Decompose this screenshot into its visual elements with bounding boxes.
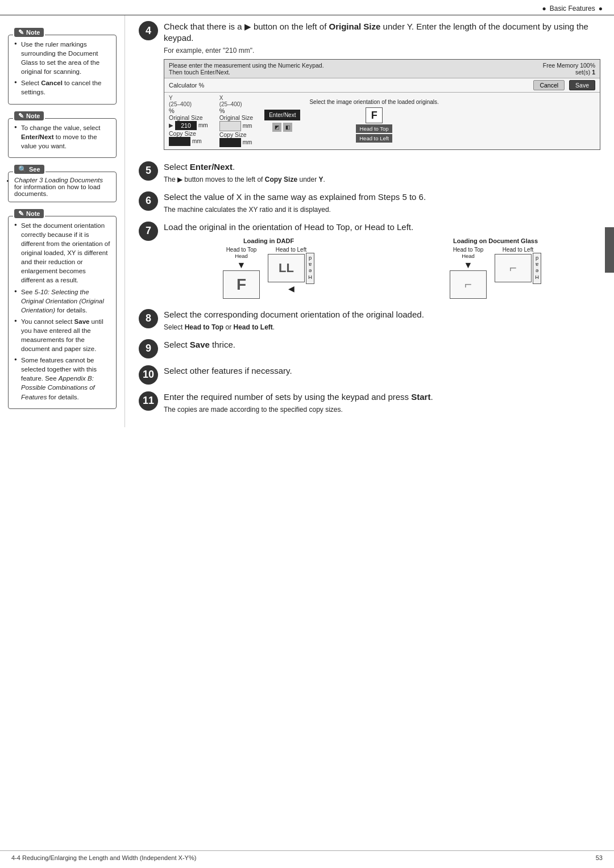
note3-item-3: You cannot select Save until you have en…: [14, 317, 110, 353]
step-9-content: Select Save thrice.: [164, 339, 600, 353]
see-tag: 🔍 See: [13, 165, 45, 174]
page-header: ● Basic Features ●: [0, 0, 614, 15]
note-tag-1: ✎ Note: [13, 28, 45, 37]
dadf-diagrams: Head to Top Head ▼ F Head to Left: [164, 247, 374, 299]
see-item-1: Chapter 3 Loading Documents for informat…: [14, 177, 110, 197]
note1-list: Use the ruler markings surrounding the D…: [14, 40, 110, 97]
pencil-icon-2: ✎: [18, 112, 24, 120]
orient-label: Select the image orientation of the load…: [309, 99, 438, 105]
icon-small: ◩: [272, 123, 281, 132]
f-icon-container: F Head to Top Head to Left: [356, 107, 392, 143]
step-11-desc: The copies are made according to the spe…: [164, 405, 600, 415]
sets-value: 1: [592, 69, 595, 76]
glass-htl-label: Head to Left: [503, 247, 533, 253]
step-10-number: 10: [139, 365, 158, 385]
y-value-input[interactable]: 210: [175, 121, 197, 130]
step-7-content: Load the original in the orientation of …: [164, 222, 600, 302]
calculator-label: Calculator %: [169, 82, 529, 89]
head-to-top-button[interactable]: Head to Top: [356, 124, 392, 133]
x-percent-row: %: [219, 107, 254, 114]
down-arrow-icon: ▼: [223, 260, 260, 270]
head-to-left-button[interactable]: Head to Left: [356, 134, 392, 143]
dadf-htl-head: Head: [306, 253, 314, 284]
step-9: 9 Select Save thrice.: [139, 339, 600, 358]
see-box: 🔍 See Chapter 3 Loading Documents for in…: [8, 172, 117, 202]
content-area: 4 Check that there is a ▶ button on the …: [125, 15, 614, 427]
dadf-htt-label: Head to Top: [226, 247, 257, 253]
step-5-content: Select Enter/Next. The ▶ button moves to…: [164, 161, 600, 185]
glass-section: Loading on Document Glass Head to Top He…: [391, 237, 600, 299]
x-copy-row: mm: [219, 138, 254, 147]
dadf-section: Loading in DADF Head to Top Head ▼ F: [164, 237, 374, 299]
see-list: Chapter 3 Loading Documents for informat…: [14, 177, 110, 197]
dadf-label: Loading in DADF: [164, 237, 374, 244]
note-tag-inner-1: ✎ Note: [14, 28, 44, 37]
step-10-content: Select other features if necessary.: [164, 365, 600, 379]
dadf-htl-box: LL: [268, 254, 305, 282]
step-9-title: Select Save thrice.: [164, 339, 600, 350]
step-8-title: Select the corresponding document orient…: [164, 309, 600, 320]
y-column: Y (25–400) % Original Size ▶ 210: [169, 95, 253, 147]
step-5-title: Select Enter/Next.: [164, 161, 600, 173]
glass-htt-label: Head to Top: [453, 247, 484, 253]
see-icon: 🔍: [18, 165, 27, 173]
copy-size-x-label: Copy Size: [219, 131, 254, 138]
x-range-label: (25–400): [219, 101, 254, 107]
step-6: 6 Select the value of X in the same way …: [139, 191, 600, 215]
glass-label: Loading on Document Glass: [391, 237, 600, 244]
sets-label: set(s): [575, 69, 590, 76]
orient-buttons: Head to Top Head to Left: [356, 124, 392, 143]
y-axis-label: Y: [169, 95, 208, 101]
step-11-number: 11: [139, 391, 158, 411]
step-8-desc: Select Head to Top or Head to Left.: [164, 323, 600, 332]
step-6-content: Select the value of X in the same way as…: [164, 191, 600, 215]
note3-item-1: Set the document orientation correctly b…: [14, 221, 110, 285]
step-8-content: Select the corresponding document orient…: [164, 309, 600, 332]
y-copy-input: [169, 137, 190, 146]
step-4-number: 4: [139, 21, 158, 40]
dadf-htl-label: Head to Left: [276, 247, 306, 253]
cancel-button[interactable]: Cancel: [533, 80, 565, 90]
y-mm-unit: mm: [198, 122, 208, 128]
y-input-row: ▶ 210 mm: [169, 121, 208, 130]
glass-diagrams: Head to Top Head ▼ ⌐ Head to Left: [391, 247, 600, 299]
dadf-head-to-left: Head to Left LL Head ◀: [268, 247, 314, 299]
ui-panel-top: Please enter the measurement using the N…: [164, 60, 600, 78]
x-input-row: mm: [219, 121, 254, 131]
step-5-desc: The ▶ button moves to the left of Copy S…: [164, 175, 600, 185]
note-box-1: ✎ Note Use the ruler markings surroundin…: [8, 35, 117, 105]
y-range-label: (25–400): [169, 101, 208, 107]
step-6-desc: The machine calculates the XY ratio and …: [164, 205, 600, 215]
step-5-number: 5: [139, 161, 158, 181]
step-9-number: 9: [139, 339, 158, 358]
orient-icon-box: F Head to Top Head to Left: [356, 107, 392, 143]
glass-htl-head: Head: [533, 253, 541, 284]
glass-htt-head: Head: [462, 253, 475, 259]
y-percent-row: %: [169, 107, 208, 114]
orientation-section: Select the image orientation of the load…: [309, 95, 438, 147]
y-col-inner: Y (25–400) % Original Size ▶ 210: [169, 95, 208, 147]
glass-htl-wrap: ⌐ Head: [495, 253, 541, 284]
note1-item-1: Use the ruler markings surrounding the D…: [14, 40, 110, 76]
step-4-content: Check that there is a ▶ button on the le…: [164, 21, 600, 155]
main-layout: ✎ Note Use the ruler markings surroundin…: [0, 15, 614, 427]
step-7-title: Load the original in the orientation of …: [164, 222, 600, 233]
note3-item-4: Some features cannot be selected togethe…: [14, 356, 110, 401]
note2-item-1: To change the value, select Enter/Next t…: [14, 123, 110, 151]
free-memory-value: 100%: [580, 62, 595, 69]
note-tag-3: ✎ Note: [13, 209, 45, 218]
x-mm-unit: mm: [243, 123, 252, 129]
note2-list: To change the value, select Enter/Next t…: [14, 123, 110, 151]
pencil-icon-3: ✎: [18, 210, 24, 218]
x-value-input[interactable]: [219, 121, 241, 131]
orig-size-x-label: Original Size: [219, 114, 254, 121]
header-dot-right: ●: [599, 5, 603, 12]
y-triangle-icon: ▶: [169, 122, 173, 128]
enter-next-button[interactable]: Enter/Next: [264, 110, 300, 120]
diagrams-section: Loading in DADF Head to Top Head ▼ F: [164, 237, 600, 299]
dadf-htt-box: F: [223, 270, 260, 299]
header-dot-left: ●: [542, 5, 546, 12]
save-button[interactable]: Save: [569, 80, 595, 90]
dadf-htl-wrap: LL Head: [268, 253, 314, 284]
step-4-subtitle: For example, enter "210 mm".: [164, 47, 600, 55]
